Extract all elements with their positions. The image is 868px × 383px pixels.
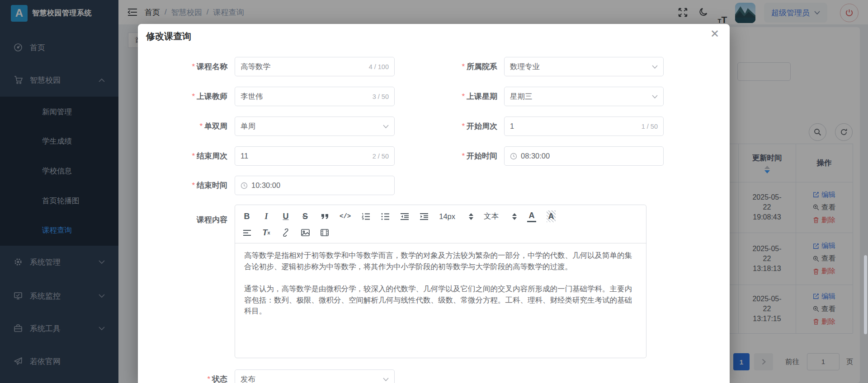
format-value: 文本 (484, 211, 499, 221)
field-label-department: *所属院系 (411, 57, 497, 76)
close-icon[interactable]: ✕ (710, 28, 719, 39)
week-parity-select[interactable]: 单周 (235, 117, 395, 136)
field-label-status: *状态 (142, 369, 227, 383)
chevron-down-icon (383, 125, 389, 128)
chevron-down-icon (383, 378, 389, 381)
updown-caret-icon (469, 213, 473, 220)
clear-format-icon[interactable]: Tx (262, 227, 271, 238)
code-icon[interactable]: </> (340, 210, 351, 222)
chevron-down-icon (652, 65, 658, 69)
required-asterisk: * (192, 92, 195, 101)
required-asterisk: * (192, 62, 195, 71)
font-size-value: 14px (439, 212, 455, 221)
end-week-input[interactable]: 11 2 / 50 (235, 146, 395, 166)
field-label-end-week: *结束周次 (142, 146, 227, 166)
editor-content[interactable]: 高等数学是指相对于初等数学和中等数学而言，数学的对象及方法较为繁杂的一部分，中学… (235, 243, 646, 323)
strikethrough-icon[interactable]: S (301, 210, 310, 222)
weekday-select[interactable]: 星期三 (504, 87, 664, 106)
required-asterisk: * (462, 62, 465, 71)
required-asterisk: * (199, 122, 203, 131)
select-value: 数理专业 (510, 62, 652, 72)
rich-text-editor: B I U S </> 14px 文本 (235, 205, 646, 358)
end-time-input[interactable]: 10:30:00 (235, 176, 395, 195)
editor-toolbar: B I U S </> 14px 文本 (235, 205, 646, 243)
required-asterisk: * (462, 122, 465, 131)
required-asterisk: * (462, 92, 465, 101)
outdent-icon[interactable] (400, 210, 409, 222)
input-value: 高等数学 (241, 62, 365, 72)
updown-caret-icon (512, 213, 517, 220)
input-value: 1 (510, 122, 638, 131)
input-value: 李世伟 (241, 92, 369, 102)
image-icon[interactable] (301, 227, 310, 238)
ordered-list-icon[interactable] (361, 210, 370, 222)
department-select[interactable]: 数理专业 (504, 57, 664, 76)
select-value: 星期三 (510, 92, 652, 102)
editor-paragraph: 通常认为，高等数学是由微积分学，较深入的代数学、几何学以及它们之间的交叉内容所形… (244, 283, 637, 317)
bold-icon[interactable]: B (242, 210, 251, 222)
char-counter: 4 / 100 (369, 63, 389, 70)
format-dropdown[interactable]: 文本 (484, 211, 517, 221)
bullet-list-icon[interactable] (381, 210, 390, 222)
field-label-week-parity: *单双周 (142, 117, 227, 136)
field-label-start-week: *开始周次 (411, 117, 497, 136)
font-size-dropdown[interactable]: 14px (439, 212, 473, 221)
field-label-course-name: *课程名称 (142, 57, 227, 76)
select-value: 发布 (241, 374, 383, 383)
input-value: 11 (241, 152, 369, 160)
dialog-title: 修改课查询 (146, 30, 191, 42)
char-counter: 2 / 50 (373, 153, 389, 160)
status-select[interactable]: 发布 (235, 369, 395, 383)
start-time-input[interactable]: 08:30:00 (504, 146, 664, 166)
video-icon[interactable] (320, 227, 329, 238)
required-asterisk: * (192, 152, 195, 160)
underline-icon[interactable]: U (281, 210, 290, 222)
field-label-teacher: *上课教师 (142, 87, 227, 106)
course-name-input[interactable]: 高等数学 4 / 100 (235, 57, 395, 76)
required-asterisk: * (462, 152, 465, 160)
editor-paragraph: 高等数学是指相对于初等数学和中等数学而言，数学的对象及方法较为繁杂的一部分，中学… (244, 250, 637, 272)
align-icon[interactable] (242, 227, 251, 238)
italic-icon[interactable]: I (262, 210, 271, 222)
edit-course-dialog: 修改课查询 ✕ *课程名称 高等数学 4 / 100 *所属院系 数理专业 *上… (138, 24, 730, 383)
required-asterisk: * (207, 375, 210, 383)
field-label-start-time: *开始时间 (411, 146, 497, 166)
link-icon[interactable] (281, 227, 290, 238)
scrollbar-thumb[interactable] (864, 255, 867, 334)
text-color-icon[interactable]: A (527, 210, 536, 222)
input-value: 10:30:00 (251, 181, 389, 190)
chevron-down-icon (652, 95, 658, 98)
char-counter: 1 / 50 (642, 123, 658, 130)
select-value: 单周 (241, 121, 383, 131)
clock-icon (241, 182, 248, 189)
highlight-color-icon[interactable]: A (547, 210, 556, 222)
field-label-weekday: *上课星期 (411, 87, 497, 106)
field-label-content: 课程内容 (142, 210, 227, 229)
teacher-input[interactable]: 李世伟 3 / 50 (235, 87, 395, 106)
clock-icon (510, 153, 517, 160)
char-counter: 3 / 50 (373, 93, 389, 100)
field-label-end-time: *结束时间 (142, 176, 227, 195)
blockquote-icon[interactable] (320, 210, 329, 222)
indent-icon[interactable] (420, 210, 429, 222)
screen: A 智慧校园管理系统 首页 智慧校园 新闻管理 学生成绩 学校信息 首页轮播图 … (0, 0, 868, 383)
start-week-input[interactable]: 1 1 / 50 (504, 117, 664, 136)
required-asterisk: * (192, 181, 195, 190)
input-value: 08:30:00 (521, 152, 658, 160)
